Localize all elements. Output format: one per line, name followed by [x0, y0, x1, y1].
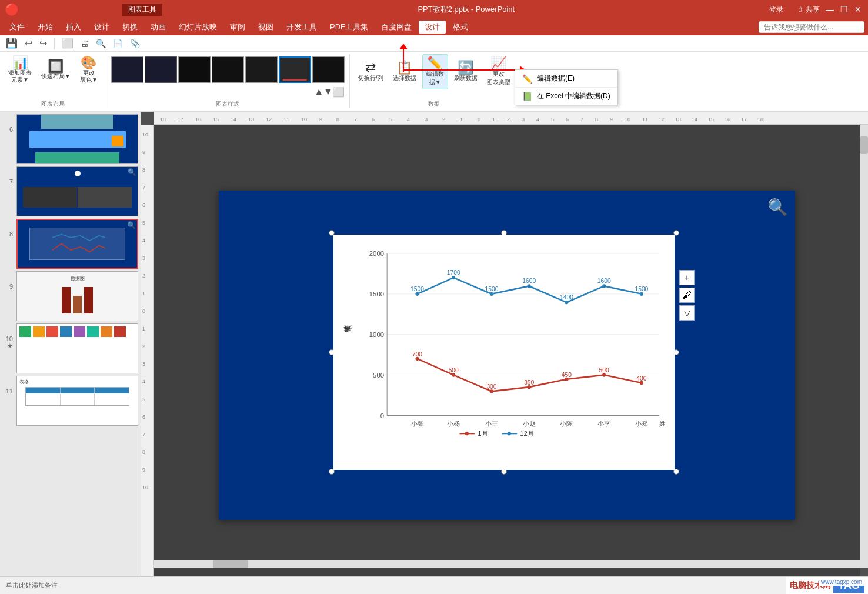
svg-text:11: 11 [283, 116, 289, 122]
menu-view[interactable]: 视图 [252, 21, 279, 34]
svg-text:9: 9 [319, 116, 322, 122]
svg-text:9: 9 [610, 116, 613, 122]
svg-text:5: 5 [389, 116, 392, 122]
edit-data-excel[interactable]: 📗 在 Excel 中编辑数据(D) [515, 88, 617, 105]
slide-thumb-8[interactable]: 8 [2, 219, 138, 269]
chart-side-buttons: + 🖌 ▽ [679, 270, 695, 321]
chart-style-list [111, 54, 345, 85]
save-button[interactable]: 💾 [4, 36, 20, 50]
svg-text:11: 11 [642, 116, 648, 122]
svg-point-98 [565, 301, 568, 304]
svg-text:17: 17 [178, 116, 183, 122]
chart-style-1[interactable] [111, 56, 143, 83]
slide-img-6 [16, 114, 138, 164]
slide-thumb-9[interactable]: 9 数据图 [2, 271, 138, 321]
restore-button[interactable]: ❐ [839, 4, 849, 15]
svg-text:18: 18 [160, 116, 166, 122]
menu-transition[interactable]: 切换 [116, 21, 143, 34]
chart-style-6[interactable] [279, 56, 311, 83]
magnifier-icon: 🔍 [767, 198, 788, 217]
style-scroll-down[interactable]: ▼ [323, 86, 333, 98]
chart-style-5[interactable] [245, 56, 278, 83]
menu-format[interactable]: 格式 [447, 21, 474, 34]
minimize-button[interactable]: — [824, 4, 835, 15]
menu-animation[interactable]: 动画 [145, 21, 172, 34]
chart-style-7[interactable] [312, 56, 345, 83]
svg-text:1400: 1400 [560, 294, 573, 301]
ruler-top: 181716 151413 121110 987 654 321 012 345… [154, 112, 868, 125]
menu-pdf[interactable]: PDF工具集 [324, 21, 374, 34]
slide-thumb-7[interactable]: 7 [2, 166, 138, 216]
style-more[interactable]: ⬜ [333, 86, 345, 98]
svg-text:0: 0 [142, 308, 145, 314]
svg-text:7: 7 [580, 116, 583, 122]
edit-data-button[interactable]: ✏️ 编辑数据▼ [422, 54, 448, 89]
close-button[interactable]: ✕ [853, 4, 863, 15]
svg-text:14: 14 [231, 116, 236, 122]
chart-style-3[interactable] [178, 56, 211, 83]
svg-text:1000: 1000 [369, 331, 384, 338]
svg-point-95 [452, 276, 455, 279]
menu-file[interactable]: 文件 [4, 21, 31, 34]
window-controls: — ❐ ✕ [824, 4, 863, 15]
redo-button[interactable]: ↪ [37, 36, 49, 50]
svg-point-96 [490, 292, 493, 296]
share-button[interactable]: ♗ 共享 [793, 4, 824, 16]
qa-attach[interactable]: 📎 [128, 38, 142, 49]
svg-text:1: 1 [142, 326, 145, 332]
menu-developer[interactable]: 开发工具 [281, 21, 323, 34]
scrollbar-right[interactable] [860, 125, 868, 568]
main-area: 6 7 [0, 112, 868, 586]
qa-search[interactable]: 🔍 [94, 38, 108, 49]
style-scroll-up[interactable]: ▲ [314, 86, 323, 98]
undo-button[interactable]: ↩ [22, 36, 35, 50]
quick-layout-button[interactable]: 🔲 快速布局▼ [38, 58, 74, 82]
menu-home[interactable]: 开始 [32, 21, 59, 34]
svg-text:姓名: 姓名 [659, 420, 665, 427]
chart-svg: 2000 1500 1000 500 0 小张 小杨 小王 小赵 小陈 小季 [363, 242, 665, 441]
arrow-horizontal [403, 69, 521, 71]
edit-data-local[interactable]: ✏️ 编辑数据(E) [515, 70, 617, 87]
slide-thumb-11[interactable]: 11 表格 [2, 376, 138, 426]
scrollbar-bottom[interactable] [154, 560, 860, 568]
refresh-data-button[interactable]: 🔄 刷新数据 [450, 59, 481, 85]
chart-frame[interactable]: 销售额 200 [333, 235, 675, 470]
chart-filter-button[interactable]: ▽ [679, 305, 695, 321]
chart-style-4[interactable] [212, 56, 244, 83]
colors-icon: 🎨 [81, 56, 96, 69]
svg-text:4: 4 [142, 379, 145, 385]
svg-text:400: 400 [636, 375, 646, 382]
slide-thumb-6[interactable]: 6 [2, 114, 138, 164]
slide-thumb-10[interactable]: 10★ [2, 323, 138, 373]
ribbon-search-input[interactable] [759, 21, 864, 33]
qa-copy[interactable]: 📄 [111, 38, 125, 49]
svg-text:10: 10 [142, 485, 148, 490]
menu-slideshow[interactable]: 幻灯片放映 [173, 21, 223, 34]
svg-text:7: 7 [142, 432, 145, 438]
change-chart-type-button[interactable]: 📈 更改图表类型 [483, 55, 514, 89]
ribbon-group-styles: ▲ ▼ ⬜ 图表样式 [106, 54, 350, 108]
add-chart-element-button[interactable]: 📊 添加图表元素▼ [5, 54, 35, 86]
switch-row-col-button[interactable]: ⇄ 切换行/列 [355, 59, 387, 85]
qa-print[interactable]: 🖨 [78, 38, 91, 49]
qa-new[interactable]: ⬜ [59, 36, 76, 50]
menu-baidu[interactable]: 百度网盘 [375, 21, 418, 34]
svg-text:1700: 1700 [447, 269, 460, 276]
menu-design[interactable]: 设计 [88, 21, 115, 34]
svg-text:1: 1 [492, 116, 495, 122]
svg-text:12月: 12月 [520, 430, 534, 437]
change-colors-button[interactable]: 🎨 更改颜色▼ [76, 54, 101, 86]
menu-review[interactable]: 审阅 [224, 21, 251, 34]
svg-point-112 [508, 432, 511, 435]
select-data-button[interactable]: 📋 选择数据 [389, 59, 420, 85]
chart-style-button[interactable]: 🖌 [679, 288, 695, 303]
login-button[interactable]: 登录 [764, 4, 788, 16]
menu-insert[interactable]: 插入 [60, 21, 87, 34]
chart-add-button[interactable]: + [679, 270, 695, 285]
svg-text:14: 14 [692, 116, 697, 122]
svg-text:2: 2 [507, 116, 510, 122]
slide-panel: 6 7 [0, 112, 141, 586]
svg-point-103 [490, 389, 493, 393]
chart-style-2[interactable] [145, 56, 177, 83]
menu-chart-design[interactable]: 设计 [419, 21, 446, 34]
